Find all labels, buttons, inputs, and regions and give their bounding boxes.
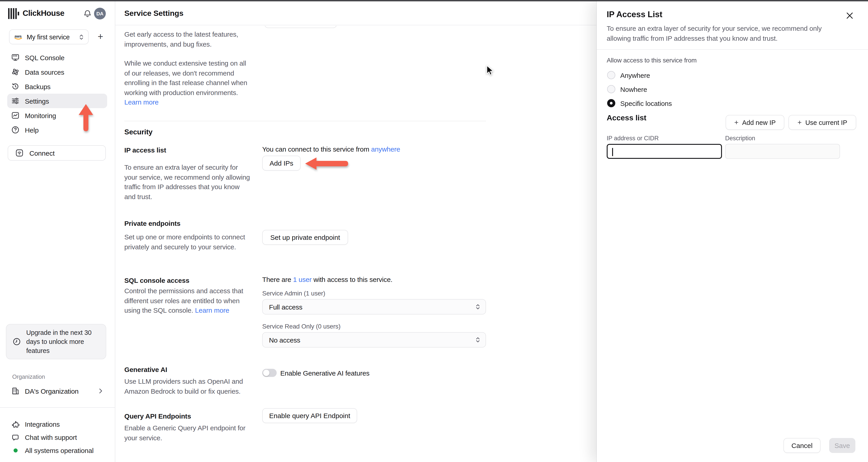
radio-specific-locations[interactable]: Specific locations bbox=[607, 97, 672, 109]
sidebar-item-label: Monitoring bbox=[25, 112, 56, 119]
access-list-heading: Access list bbox=[607, 114, 647, 123]
sidebar-item-label: Chat with support bbox=[25, 433, 77, 441]
sql-console-users-status: There are 1 user with access to this ser… bbox=[262, 276, 393, 283]
drawer-divider bbox=[597, 49, 868, 50]
status-ok-dot bbox=[13, 449, 18, 453]
sidebar: ClickHouse DA aws My first service + bbox=[0, 1, 115, 462]
ip-access-description: To ensure an extra layer of security for… bbox=[124, 163, 252, 201]
system-status[interactable]: All systems operational bbox=[7, 444, 107, 457]
sidebar-divider bbox=[0, 407, 115, 408]
sidebar-item-sql-console[interactable]: SQL Console bbox=[7, 50, 107, 65]
plus-icon: + bbox=[798, 118, 802, 126]
security-section-heading: Security bbox=[124, 128, 153, 136]
service-readonly-select[interactable]: No access bbox=[262, 332, 486, 348]
status-text: There are bbox=[262, 276, 293, 283]
service-admin-select[interactable]: Full access bbox=[262, 299, 486, 315]
window-top-edge bbox=[0, 0, 868, 1]
use-current-ip-button[interactable]: + Use current IP bbox=[788, 115, 856, 130]
select-value: Full access bbox=[269, 303, 475, 311]
generative-ai-toggle[interactable] bbox=[262, 369, 277, 377]
radio-selected-icon bbox=[607, 99, 615, 107]
connect-button-label: Connect bbox=[29, 149, 55, 157]
description-input[interactable] bbox=[725, 144, 840, 159]
service-selector[interactable]: aws My first service bbox=[9, 29, 89, 44]
radio-circle-icon bbox=[607, 85, 615, 93]
radio-label: Anywhere bbox=[620, 71, 650, 79]
ip-access-list-drawer: IP Access List To ensure an extra layer … bbox=[597, 1, 868, 462]
integrations-puzzle-icon bbox=[11, 420, 20, 428]
anywhere-link[interactable]: anywhere bbox=[371, 145, 400, 153]
connect-from-status: You can connect to this service from any… bbox=[262, 145, 400, 153]
private-endpoints-heading: Private endpoints bbox=[124, 220, 180, 227]
sidebar-item-data-sources[interactable]: Data sources bbox=[7, 65, 107, 79]
plus-icon: + bbox=[734, 118, 739, 126]
add-ips-button[interactable]: Add IPs bbox=[262, 156, 301, 171]
learn-more-link[interactable]: Learn more bbox=[195, 306, 229, 314]
description-input-label: Description bbox=[725, 135, 755, 142]
connect-icon bbox=[16, 149, 24, 157]
clickhouse-logo-icon bbox=[8, 8, 20, 20]
radio-nowhere[interactable]: Nowhere bbox=[607, 83, 647, 95]
toggle-knob bbox=[263, 370, 270, 376]
sql-console-description: Control the permissions and access that … bbox=[124, 286, 252, 315]
brand-name: ClickHouse bbox=[23, 8, 64, 18]
ip-cidr-input[interactable] bbox=[607, 144, 722, 159]
generative-ai-toggle-label: Enable Generative AI features bbox=[280, 369, 369, 377]
upgrade-notice[interactable]: Upgrade in the next 30 days to unlock mo… bbox=[6, 324, 106, 359]
generative-ai-heading: Generative AI bbox=[124, 366, 167, 373]
connect-button[interactable]: Connect bbox=[8, 145, 106, 161]
drawer-title: IP Access List bbox=[607, 9, 662, 20]
sidebar-item-label: Settings bbox=[25, 97, 49, 105]
sidebar-item-label: Data sources bbox=[25, 68, 64, 76]
chevron-updown-icon bbox=[475, 304, 480, 310]
svg-text:aws: aws bbox=[14, 34, 22, 38]
app-window: ClickHouse DA aws My first service + bbox=[0, 0, 868, 462]
close-icon[interactable] bbox=[846, 12, 853, 19]
one-user-link[interactable]: 1 user bbox=[293, 276, 311, 283]
sidebar-item-backups[interactable]: Backups bbox=[7, 79, 107, 94]
button-label: Use current IP bbox=[805, 119, 847, 126]
status-text: with access to this service. bbox=[312, 276, 393, 283]
upgrade-clock-icon bbox=[13, 338, 21, 346]
chevron-updown-icon bbox=[475, 337, 480, 343]
chevron-updown-icon bbox=[79, 34, 84, 40]
notifications-bell-icon[interactable] bbox=[83, 9, 92, 18]
sidebar-item-chat-support[interactable]: Chat with support bbox=[7, 431, 107, 444]
release-channel-select-partial[interactable] bbox=[265, 26, 337, 28]
user-avatar[interactable]: DA bbox=[94, 8, 106, 20]
backups-history-icon bbox=[11, 82, 20, 90]
allow-access-label: Allow access to this service from bbox=[607, 57, 697, 64]
enable-query-api-button[interactable]: Enable query API Endpoint bbox=[262, 408, 357, 423]
learn-more-link[interactable]: Learn more bbox=[124, 98, 158, 106]
ip-access-list-heading: IP access list bbox=[124, 146, 166, 154]
radio-anywhere[interactable]: Anywhere bbox=[607, 69, 650, 81]
status-text: You can connect to this service from bbox=[262, 145, 371, 153]
service-admin-label: Service Admin (1 user) bbox=[262, 290, 325, 297]
aws-icon: aws bbox=[14, 34, 23, 40]
organization-building-icon bbox=[11, 387, 20, 395]
cancel-button[interactable]: Cancel bbox=[783, 438, 820, 453]
generative-ai-description: Use LLM providers such as OpenAI and Ama… bbox=[124, 376, 252, 396]
release-channel-paragraph-2: While we conduct extensive testing on al… bbox=[124, 58, 252, 107]
organization-section-label: Organization bbox=[12, 373, 45, 380]
sidebar-item-label: SQL Console bbox=[25, 54, 64, 61]
data-sources-icon bbox=[11, 68, 20, 76]
annotation-arrow-left bbox=[304, 156, 349, 171]
sql-console-access-heading: SQL console access bbox=[124, 277, 189, 284]
setup-private-endpoint-button[interactable]: Set up private endpoint bbox=[262, 230, 348, 245]
organization-switcher[interactable]: DA's Organization bbox=[7, 384, 107, 398]
page-title: Service Settings bbox=[124, 1, 183, 25]
save-button[interactable]: Save bbox=[829, 438, 855, 453]
add-new-ip-button[interactable]: + Add new IP bbox=[725, 115, 784, 130]
add-service-button[interactable]: + bbox=[98, 31, 103, 42]
sidebar-item-label: Backups bbox=[25, 83, 51, 90]
organization-name: DA's Organization bbox=[25, 387, 94, 395]
ip-cidr-input-label: IP address or CIDR bbox=[607, 135, 659, 142]
upgrade-notice-text: Upgrade in the next 30 days to unlock mo… bbox=[26, 328, 100, 355]
select-value: No access bbox=[269, 336, 475, 344]
help-icon bbox=[11, 126, 20, 134]
radio-label: Specific locations bbox=[620, 99, 672, 107]
monitoring-chart-icon bbox=[11, 111, 20, 119]
chat-bubble-icon bbox=[11, 433, 20, 441]
sidebar-item-integrations[interactable]: Integrations bbox=[7, 418, 107, 431]
